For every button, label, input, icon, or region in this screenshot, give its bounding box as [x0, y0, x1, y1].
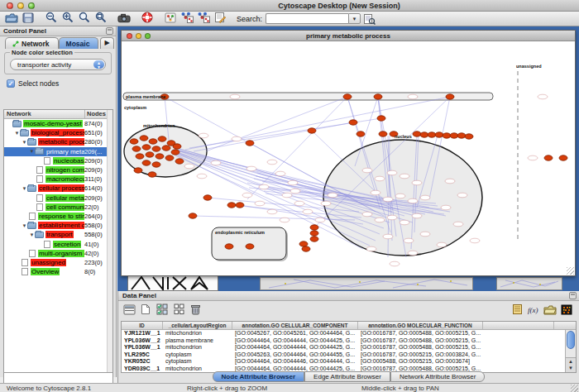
network-edge[interactable]: [206, 97, 347, 151]
import-attr-icon[interactable]: [510, 302, 524, 316]
node-attribute-icon[interactable]: [164, 12, 177, 24]
network-node[interactable]: [413, 131, 421, 136]
layout-a-icon[interactable]: [180, 11, 194, 23]
disclosure-triangle-icon[interactable]: ▼: [29, 149, 35, 154]
tree-header-network[interactable]: Network: [4, 110, 85, 118]
tree-item-nucleobase-[interactable]: nucleobase-209(0): [4, 156, 112, 165]
network-node[interactable]: [450, 133, 458, 138]
network-node[interactable]: [146, 152, 154, 157]
network-node[interactable]: [165, 155, 174, 160]
network-node[interactable]: [435, 132, 443, 137]
delete-attr-icon[interactable]: [188, 302, 203, 316]
help-icon[interactable]: [141, 11, 154, 23]
network-node[interactable]: [310, 231, 318, 236]
tree-item-primary-metabo[interactable]: ▼primary metabo209(...: [4, 147, 112, 156]
zoom-selected-icon[interactable]: [94, 11, 108, 23]
network-node[interactable]: [203, 195, 212, 200]
background-window-overview[interactable]: [127, 275, 218, 291]
column-header-ID[interactable]: ID: [122, 322, 163, 329]
tree-item-overview[interactable]: Overview8(0): [4, 267, 112, 276]
tree-item-establishment-of-lo[interactable]: ▼establishment of lo558(0): [4, 221, 112, 230]
disclosure-triangle-icon[interactable]: ▼: [29, 232, 35, 237]
tab-network-attribute-browser[interactable]: Network Attribute Browser: [390, 371, 485, 382]
matrix-icon[interactable]: [559, 303, 574, 317]
network-node[interactable]: [457, 133, 466, 138]
search-dropdown-icon[interactable]: ▼: [348, 13, 361, 24]
network-node[interactable]: [158, 136, 166, 141]
network-node[interactable]: [377, 116, 385, 121]
node-color-combo[interactable]: transporter activity ▲▼: [10, 59, 106, 70]
background-window-strip-1[interactable]: [260, 277, 473, 290]
disclosure-triangle-icon[interactable]: ▼: [22, 186, 27, 191]
load-attr-icon[interactable]: [543, 303, 557, 317]
table-scrollbar[interactable]: ▲▼: [565, 330, 576, 372]
tree-item-macromolecule[interactable]: macromolecule311(0): [4, 174, 112, 184]
tree-item-cellular-process[interactable]: ▼cellular process614(0): [4, 184, 112, 193]
network-canvas[interactable]: plasma membranecytoplasmmitochondrionnuc…: [122, 41, 575, 275]
network-node[interactable]: [446, 94, 454, 99]
search-config-icon[interactable]: [362, 12, 376, 25]
network-node[interactable]: [227, 203, 236, 208]
network-node[interactable]: [310, 225, 318, 230]
network-node[interactable]: [236, 203, 244, 208]
network-node[interactable]: [130, 139, 138, 144]
column-header-empty[interactable]: [483, 322, 554, 329]
tab-edge-attribute-browser[interactable]: Edge Attribute Browser: [304, 371, 390, 382]
disclosure-triangle-icon[interactable]: ▼: [22, 223, 27, 228]
tree-item-mosaic-demo-yeast[interactable]: mosaic-demo-yeast874(0): [4, 119, 112, 128]
tree-item-transport[interactable]: ▼transport558(0): [4, 230, 112, 239]
network-node[interactable]: [189, 213, 197, 218]
close-button[interactable]: [7, 2, 13, 9]
network-node[interactable]: [356, 131, 365, 136]
tree-item-unassigned[interactable]: unassigned223(0): [4, 258, 112, 267]
network-node[interactable]: [175, 159, 184, 164]
annotation-icon[interactable]: [213, 11, 227, 23]
network-node[interactable]: [152, 162, 160, 167]
table-row[interactable]: YPL036W__2plasma membrane[GO:0044464, GO…: [122, 337, 576, 345]
table-row[interactable]: YKR052Ccytoplasm[GO:0044464, GO:0044446,…: [122, 358, 576, 366]
network-node[interactable]: [310, 237, 318, 241]
network-node[interactable]: [302, 246, 310, 251]
network-graph[interactable]: plasma membranecytoplasmmitochondrionnuc…: [122, 41, 575, 275]
minimize-button[interactable]: [17, 2, 24, 9]
network-node[interactable]: [308, 128, 316, 133]
float-panel-icon[interactable]: [106, 27, 113, 35]
tab-network[interactable]: Network: [5, 37, 59, 49]
network-node[interactable]: [134, 168, 142, 173]
table-row[interactable]: YJR121W__1mitochondrion[GO:0045267, GO:0…: [122, 330, 576, 337]
disclosure-triangle-icon[interactable]: ▼: [22, 140, 27, 145]
select-nodes-checkbox[interactable]: ✓: [7, 79, 15, 88]
layout-b-icon[interactable]: [197, 11, 210, 23]
table-scroll-thumb[interactable]: [567, 331, 575, 349]
function-icon[interactable]: f(x): [526, 303, 541, 317]
network-node[interactable]: [374, 94, 382, 99]
column-header-_cellularLayoutRegion[interactable]: _cellularLayoutRegion: [163, 322, 232, 329]
data-panel-float-icon[interactable]: [569, 292, 577, 299]
tree-item-secretion[interactable]: secretion41(0): [4, 239, 112, 248]
search-input[interactable]: [266, 13, 348, 24]
network-node[interactable]: [142, 160, 151, 165]
table-row[interactable]: YLR295Ccytoplasm[GO:0045263, GO:0044464,…: [122, 351, 576, 359]
zoom-fit-icon[interactable]: [78, 11, 91, 23]
network-node[interactable]: [136, 154, 144, 159]
tree-item-multi-organism-pro[interactable]: multi-organism pro42(0): [4, 249, 112, 258]
tree-scrollbar[interactable]: [107, 110, 112, 372]
network-node[interactable]: [152, 146, 160, 151]
network-node[interactable]: [225, 244, 233, 249]
network-node[interactable]: [246, 141, 254, 146]
tree-item-nitrogen-compo[interactable]: nitrogen compo209(0): [4, 165, 112, 174]
select-all-icon[interactable]: [155, 302, 170, 316]
tree-item-metabolic-process[interactable]: ▼metabolic process280(0): [4, 137, 112, 146]
unselect-all-icon[interactable]: [171, 302, 186, 316]
network-node[interactable]: [140, 136, 148, 141]
tree-item-cell-communicat[interactable]: cell communicat22(0): [4, 203, 112, 212]
more-tabs-button[interactable]: ▶: [100, 37, 113, 49]
tree-item-cellular-metabo[interactable]: cellular metabo209(0): [4, 194, 112, 203]
tab-mosaic[interactable]: Mosaic: [59, 37, 99, 49]
network-node[interactable]: [559, 155, 567, 160]
tree-item-response-to-stimulu[interactable]: response to stimulu264(0): [4, 212, 112, 221]
network-node[interactable]: [171, 150, 179, 155]
new-attr-icon[interactable]: [138, 302, 153, 316]
network-node[interactable]: [428, 132, 436, 137]
network-node[interactable]: [349, 120, 357, 125]
